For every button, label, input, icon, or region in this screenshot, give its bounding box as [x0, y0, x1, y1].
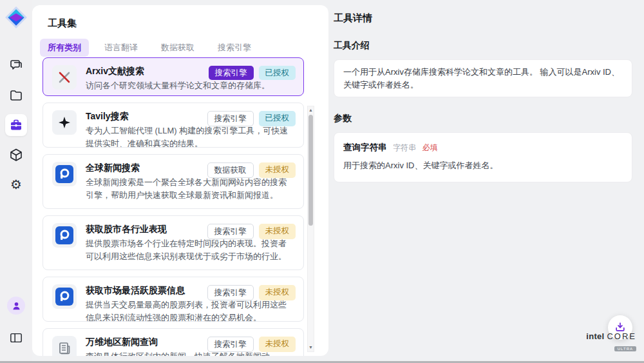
- tool-card[interactable]: Arxiv文献搜索 访问各个研究领域大量科学论文和文章的存储库。 搜索引擎 已授…: [43, 57, 304, 96]
- parameter-name: 查询字符串: [343, 142, 387, 152]
- blue-q-icon: [55, 288, 73, 306]
- scrollbar-down-arrow[interactable]: ▼: [308, 344, 314, 351]
- parameter-card: 查询字符串 字符串 必填 用于搜索的Arxiv ID、关键字或作者姓名。: [334, 132, 632, 182]
- params-heading: 参数: [334, 113, 632, 124]
- tool-card[interactable]: Tavily搜索 专为人工智能代理 (LLM) 构建的搜索引擎工具，可快速提供实…: [43, 103, 304, 148]
- sparkle-icon: [57, 115, 72, 130]
- icon-rail: ⚙: [0, 0, 32, 363]
- tool-description: 专为人工智能代理 (LLM) 构建的搜索引擎工具，可快速提供实时、准确和真实的结…: [86, 124, 293, 148]
- toolbox-icon[interactable]: [5, 114, 27, 136]
- auth-status-badge: 未授权: [259, 285, 296, 300]
- chat-icon[interactable]: [5, 55, 27, 77]
- blue-q-icon: [55, 226, 73, 244]
- arxiv-x-icon: [57, 70, 72, 85]
- tab-data-acquisition[interactable]: 数据获取: [153, 39, 202, 57]
- parameter-description: 用于搜索的Arxiv ID、关键字或作者姓名。: [343, 159, 623, 172]
- category-tabs: 所有类别 语言翻译 数据获取 搜索引擎: [40, 39, 328, 57]
- tool-card[interactable]: 全球新闻搜索 全球新闻搜索是一个聚合全球各大新闻网站内容的搜索引擎，帮助用户快速…: [43, 154, 304, 209]
- scrollbar-thumb[interactable]: [308, 115, 313, 226]
- tool-icon: [52, 284, 77, 309]
- tool-icon: [52, 65, 77, 90]
- category-badge: 搜索引擎: [207, 337, 254, 352]
- columns-layout-icon[interactable]: [5, 328, 27, 348]
- intro-text-box: 一个用于从Arxiv存储库搜索科学论文和文章的工具。 输入可以是Arxiv ID…: [334, 59, 632, 97]
- tab-search-engine[interactable]: 搜索引擎: [210, 39, 259, 57]
- tool-description: 提供当天交易量最高的股票列表，投资者可以利用这些信息来识别流动性强的股票和潜在的…: [86, 299, 293, 322]
- intel-ultra-badge: ULTRA: [614, 346, 636, 351]
- newspaper-icon: [57, 340, 72, 356]
- tool-icon: [52, 162, 77, 186]
- auth-status-badge: 已授权: [259, 66, 296, 80]
- auth-status-badge: 未授权: [259, 224, 296, 239]
- tool-icon: [52, 223, 77, 248]
- category-badge: 搜索引擎: [207, 224, 254, 239]
- tool-icon: [52, 110, 77, 135]
- gear-icon[interactable]: ⚙: [5, 173, 27, 195]
- auth-status-badge: 未授权: [259, 162, 296, 178]
- auth-status-badge: 未授权: [259, 337, 296, 352]
- cube-icon[interactable]: [5, 144, 27, 166]
- list-scrollbar[interactable]: ▲ ▼: [307, 106, 314, 352]
- tool-list: Arxiv文献搜索 访问各个研究领域大量科学论文和文章的存储库。 搜索引擎 已授…: [32, 55, 328, 356]
- tool-description: 访问各个研究领域大量科学论文和文章的存储库。: [86, 79, 293, 92]
- blue-q-icon: [55, 165, 73, 183]
- tools-panel: 工具集 所有类别 语言翻译 数据获取 搜索引擎: [32, 5, 328, 356]
- category-badge: 搜索引擎: [207, 111, 254, 126]
- auth-status-badge: 已授权: [259, 111, 296, 126]
- tool-description: 全球新闻搜索是一个聚合全球各大新闻网站内容的搜索引擎，帮助用户快速获取全球最新资…: [86, 176, 293, 201]
- tool-description: 提供股票市场各个行业在特定时间段内的表现。投资者可以利用这些信息来识别表现优于或…: [86, 237, 293, 262]
- tool-list-viewport: Arxiv文献搜索 访问各个研究领域大量科学论文和文章的存储库。 搜索引擎 已授…: [32, 55, 328, 356]
- tool-card[interactable]: 万维地区新闻查询 查询具体行政区划内的新闻，快速了解各地新闻动 搜索引擎 未授权: [43, 328, 304, 356]
- tab-all-categories[interactable]: 所有类别: [40, 39, 89, 57]
- app-logo: [5, 6, 28, 29]
- tool-card[interactable]: 获取市场最活跃股票信息 提供当天交易量最高的股票列表，投资者可以利用这些信息来识…: [43, 277, 304, 322]
- scrollbar-up-arrow[interactable]: ▲: [308, 106, 314, 114]
- tool-card[interactable]: 获取股市各行业表现 提供股票市场各个行业在特定时间段内的表现。投资者可以利用这些…: [43, 215, 304, 270]
- parameter-required-flag: 必填: [422, 143, 438, 152]
- parameter-type: 字符串: [393, 143, 416, 152]
- intro-heading: 工具介绍: [334, 40, 632, 52]
- page-title: 工具集: [32, 5, 328, 30]
- details-title: 工具详情: [334, 12, 632, 25]
- category-badge: 搜索引擎: [209, 66, 254, 80]
- category-badge: 数据获取: [207, 162, 254, 178]
- user-avatar-icon[interactable]: [5, 296, 27, 315]
- tool-details-panel: 工具详情 工具介绍 一个用于从Arxiv存储库搜索科学论文和文章的工具。 输入可…: [328, 0, 644, 363]
- intel-core-logo: intel CORE ULTRA: [586, 331, 636, 353]
- tool-icon: [52, 336, 77, 356]
- tab-language-translation[interactable]: 语言翻译: [97, 39, 146, 57]
- category-badge: 搜索引擎: [207, 285, 254, 300]
- folder-icon[interactable]: [5, 84, 27, 106]
